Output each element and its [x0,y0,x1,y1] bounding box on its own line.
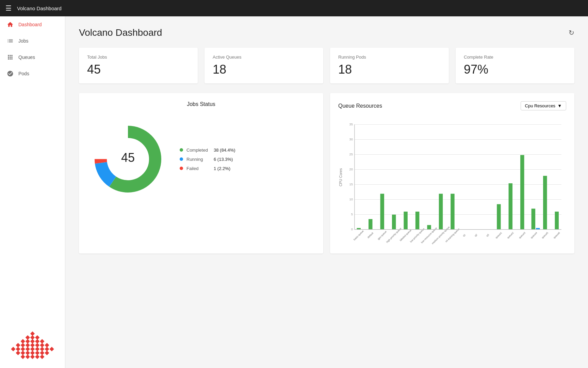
svg-text:0: 0 [351,227,353,231]
svg-rect-68 [415,212,419,230]
svg-text:45: 45 [121,151,135,165]
svg-rect-31 [45,351,49,355]
svg-rect-64 [392,215,396,230]
svg-text:q3: q3 [486,233,490,237]
svg-rect-91 [543,176,547,230]
bar-chart-wrapper: 0 5 10 15 20 25 30 [338,116,566,245]
bar-low-priority: low-priority-queue [410,212,425,243]
svg-rect-25 [16,351,20,355]
donut-chart-svg: 45 [87,118,169,200]
cpu-resources-dropdown[interactable]: Cpu Resources ▼ [521,101,566,110]
running-pods-value: 18 [338,62,441,77]
sidebar-label-jobs: Jobs [18,38,29,44]
legend-completed: Completed 38 (84.4%) [180,148,235,153]
charts-row: Jobs Status 45 [79,93,574,254]
svg-rect-34 [30,354,35,359]
completed-label: Completed [186,148,210,153]
svg-text:10: 10 [349,197,353,201]
bar-ml-training: ml-training-queue [445,194,460,243]
bar-gpu-queue: gpu-queue [377,194,387,241]
dropdown-chevron-icon: ▼ [557,103,562,108]
svg-rect-16 [11,347,15,351]
svg-rect-88 [532,209,535,229]
sidebar-item-dashboard[interactable]: Dashboard [0,16,65,33]
total-jobs-value: 45 [87,62,190,77]
jobs-legend: Completed 38 (84.4%) Running 6 (13.3%) F… [180,148,235,171]
layout: Dashboard Jobs Queues Pods [0,16,588,368]
refresh-button[interactable]: ↻ [569,29,574,37]
queue-resources-card: Queue Resources Cpu Resources ▼ [330,93,574,254]
svg-rect-62 [380,194,384,230]
svg-rect-60 [369,219,372,230]
bar-q3: q3 [486,233,490,237]
dropdown-label: Cpu Resources [525,103,556,108]
svg-rect-82 [497,204,501,229]
svg-text:15: 15 [349,182,353,186]
sidebar-label-dashboard: Dashboard [18,22,42,27]
svg-text:5: 5 [351,212,353,216]
svg-text:labeled-queue: labeled-queue [399,229,412,242]
legend-failed: Failed 1 (2.2%) [180,166,235,171]
menu-icon[interactable]: ☰ [5,4,12,12]
complete-rate-label: Complete Rate [464,55,566,60]
svg-text:30: 30 [349,137,353,141]
donut-container: 45 Completed 38 (84.4%) Running 6 (13.3%… [87,113,315,205]
y-axis: 0 5 10 15 20 25 30 [339,122,561,231]
svg-text:gpu-queue: gpu-queue [377,230,387,241]
page-header: Volcano Dashboard ↻ [79,27,574,38]
failed-value: 1 (2.2%) [214,166,230,171]
svg-rect-24 [49,347,54,351]
stat-card-total-jobs: Total Jobs 45 [79,48,198,83]
svg-rect-86 [520,155,524,230]
legend-running: Running 6 (13.3%) [180,157,235,162]
jobs-icon [7,37,14,44]
svg-text:q1: q1 [462,233,466,237]
page-title: Volcano Dashboard [79,27,162,38]
running-label: Running [186,157,210,162]
svg-rect-36 [40,354,44,359]
svg-rect-32 [21,354,25,359]
sidebar-item-jobs[interactable]: Jobs [0,33,65,49]
active-queues-value: 18 [213,62,315,77]
svg-text:20: 20 [349,167,353,171]
sidebar-item-queues[interactable]: Queues [0,49,65,65]
bar-queue6: queue6 [553,212,561,239]
bar-basic-queue: basic-queue [353,228,364,241]
running-pods-label: Running Pods [338,55,441,60]
svg-text:35: 35 [349,122,353,126]
svg-text:25: 25 [349,152,353,156]
bar-default: default [367,219,374,239]
svg-text:basic-queue: basic-queue [353,230,364,241]
svg-rect-72 [439,194,443,230]
completed-dot [180,148,183,152]
svg-rect-70 [427,225,431,229]
queues-icon [7,54,14,61]
bar-labeled-queue: labeled-queue [399,212,412,242]
svg-text:queue5: queue5 [541,231,549,239]
topbar-title: Volcano Dashboard [17,5,62,11]
bar-medium-priority: medium-priority-queue [431,194,450,245]
jobs-status-card: Jobs Status 45 [79,93,323,254]
running-dot [180,157,183,161]
svg-text:queue3: queue3 [518,231,526,239]
queue-resources-header: Queue Resources Cpu Resources ▼ [338,101,566,110]
stat-card-complete-rate: Complete Rate 97% [456,48,574,83]
topbar: ☰ Volcano Dashboard [0,0,588,16]
running-value: 6 (13.3%) [214,157,233,162]
jobs-status-title: Jobs Status [87,101,315,107]
bar-q1: q1 [462,233,466,237]
svg-text:queue2: queue2 [507,231,514,239]
bar-queue2: queue2 [507,183,514,239]
svg-rect-74 [451,194,454,230]
failed-dot [180,167,183,170]
sidebar-label-queues: Queues [18,55,35,60]
active-queues-label: Active Queues [213,55,315,60]
bar-chart-svg: 0 5 10 15 20 25 30 [338,116,566,245]
volcano-logo [0,324,65,368]
svg-text:queue4: queue4 [530,231,538,239]
svg-rect-84 [509,183,512,230]
stat-card-running-pods: Running Pods 18 [330,48,449,83]
svg-rect-33 [26,354,30,359]
bar-q2: q2 [474,233,478,237]
sidebar-item-pods[interactable]: Pods [0,65,65,82]
